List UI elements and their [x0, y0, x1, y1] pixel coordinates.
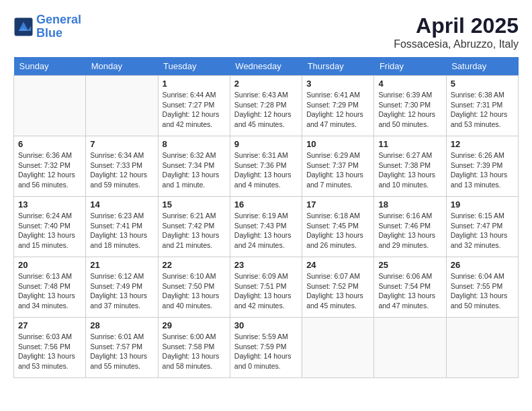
calendar-day-cell: 11Sunrise: 6:27 AM Sunset: 7:38 PM Dayli… [374, 136, 446, 197]
calendar-day-cell: 19Sunrise: 6:15 AM Sunset: 7:47 PM Dayli… [446, 197, 518, 257]
calendar-week-row: 20Sunrise: 6:13 AM Sunset: 7:48 PM Dayli… [14, 257, 519, 318]
day-info: Sunrise: 6:39 AM Sunset: 7:30 PM Dayligh… [378, 90, 441, 130]
calendar-day-cell: 13Sunrise: 6:24 AM Sunset: 7:40 PM Dayli… [14, 197, 86, 257]
day-number: 26 [451, 260, 514, 270]
day-number: 22 [163, 260, 226, 270]
calendar-day-cell: 5Sunrise: 6:38 AM Sunset: 7:31 PM Daylig… [446, 76, 518, 136]
calendar-day-cell [446, 318, 518, 378]
day-info: Sunrise: 6:01 AM Sunset: 7:57 PM Dayligh… [90, 332, 153, 371]
day-number: 11 [378, 139, 441, 149]
calendar-day-cell: 18Sunrise: 6:16 AM Sunset: 7:46 PM Dayli… [374, 197, 446, 257]
day-number: 3 [306, 79, 369, 89]
day-info: Sunrise: 6:43 AM Sunset: 7:28 PM Dayligh… [234, 90, 298, 130]
calendar-day-cell: 14Sunrise: 6:23 AM Sunset: 7:41 PM Dayli… [86, 197, 158, 257]
calendar-day-cell: 21Sunrise: 6:12 AM Sunset: 7:49 PM Dayli… [86, 257, 158, 318]
day-info: Sunrise: 5:59 AM Sunset: 7:59 PM Dayligh… [234, 332, 298, 371]
calendar-week-row: 13Sunrise: 6:24 AM Sunset: 7:40 PM Dayli… [14, 197, 519, 257]
day-number: 4 [378, 79, 441, 89]
day-number: 10 [306, 139, 369, 149]
day-info: Sunrise: 6:07 AM Sunset: 7:52 PM Dayligh… [306, 271, 369, 311]
calendar-week-row: 1Sunrise: 6:44 AM Sunset: 7:27 PM Daylig… [14, 76, 519, 136]
day-number: 6 [18, 139, 81, 149]
day-info: Sunrise: 6:09 AM Sunset: 7:51 PM Dayligh… [234, 271, 298, 311]
calendar-day-cell: 17Sunrise: 6:18 AM Sunset: 7:45 PM Dayli… [302, 197, 374, 257]
day-number: 28 [90, 320, 153, 330]
day-number: 30 [234, 320, 298, 330]
title-block: April 2025 Fossacesia, Abruzzo, Italy [394, 13, 519, 50]
day-number: 27 [18, 320, 81, 330]
location: Fossacesia, Abruzzo, Italy [394, 38, 519, 50]
day-number: 17 [306, 199, 369, 210]
calendar-day-cell: 24Sunrise: 6:07 AM Sunset: 7:52 PM Dayli… [302, 257, 374, 318]
logo-text: General Blue [36, 13, 81, 40]
day-info: Sunrise: 6:03 AM Sunset: 7:56 PM Dayligh… [18, 332, 81, 371]
calendar-day-cell [302, 318, 374, 378]
day-number: 12 [451, 139, 514, 149]
calendar-day-cell: 6Sunrise: 6:36 AM Sunset: 7:32 PM Daylig… [14, 136, 86, 197]
logo-line2: Blue [36, 26, 62, 40]
day-number: 23 [234, 260, 298, 270]
calendar-week-row: 27Sunrise: 6:03 AM Sunset: 7:56 PM Dayli… [14, 318, 519, 378]
day-info: Sunrise: 6:29 AM Sunset: 7:37 PM Dayligh… [306, 150, 369, 190]
weekday-header: Saturday [446, 57, 518, 76]
day-info: Sunrise: 6:27 AM Sunset: 7:38 PM Dayligh… [378, 150, 441, 190]
day-number: 20 [18, 260, 81, 270]
day-number: 19 [451, 199, 514, 210]
day-info: Sunrise: 6:04 AM Sunset: 7:55 PM Dayligh… [451, 271, 514, 311]
day-info: Sunrise: 6:38 AM Sunset: 7:31 PM Dayligh… [451, 90, 514, 130]
day-info: Sunrise: 6:34 AM Sunset: 7:33 PM Dayligh… [90, 150, 153, 190]
day-info: Sunrise: 6:32 AM Sunset: 7:34 PM Dayligh… [163, 150, 226, 190]
day-info: Sunrise: 6:41 AM Sunset: 7:29 PM Dayligh… [306, 90, 369, 130]
day-number: 1 [163, 79, 226, 89]
calendar-day-cell: 12Sunrise: 6:26 AM Sunset: 7:39 PM Dayli… [446, 136, 518, 197]
day-info: Sunrise: 6:19 AM Sunset: 7:43 PM Dayligh… [234, 211, 298, 250]
day-number: 15 [163, 199, 226, 210]
day-info: Sunrise: 6:26 AM Sunset: 7:39 PM Dayligh… [451, 150, 514, 190]
calendar-day-cell [14, 76, 86, 136]
calendar-day-cell: 16Sunrise: 6:19 AM Sunset: 7:43 PM Dayli… [230, 197, 302, 257]
day-info: Sunrise: 6:10 AM Sunset: 7:50 PM Dayligh… [163, 271, 226, 311]
weekday-header: Wednesday [230, 57, 302, 76]
day-info: Sunrise: 6:18 AM Sunset: 7:45 PM Dayligh… [306, 211, 369, 250]
calendar-day-cell [86, 76, 158, 136]
calendar-day-cell: 8Sunrise: 6:32 AM Sunset: 7:34 PM Daylig… [158, 136, 230, 197]
day-number: 29 [163, 320, 226, 330]
logo-icon [13, 17, 34, 37]
weekday-header: Friday [374, 57, 446, 76]
calendar-day-cell: 7Sunrise: 6:34 AM Sunset: 7:33 PM Daylig… [86, 136, 158, 197]
calendar-day-cell: 30Sunrise: 5:59 AM Sunset: 7:59 PM Dayli… [230, 318, 302, 378]
calendar-day-cell: 20Sunrise: 6:13 AM Sunset: 7:48 PM Dayli… [14, 257, 86, 318]
calendar-week-row: 6Sunrise: 6:36 AM Sunset: 7:32 PM Daylig… [14, 136, 519, 197]
day-info: Sunrise: 6:21 AM Sunset: 7:42 PM Dayligh… [163, 211, 226, 250]
day-info: Sunrise: 6:23 AM Sunset: 7:41 PM Dayligh… [90, 211, 153, 250]
calendar-day-cell: 10Sunrise: 6:29 AM Sunset: 7:37 PM Dayli… [302, 136, 374, 197]
weekday-header: Sunday [14, 57, 86, 76]
day-number: 5 [451, 79, 514, 89]
calendar-day-cell: 9Sunrise: 6:31 AM Sunset: 7:36 PM Daylig… [230, 136, 302, 197]
day-number: 24 [306, 260, 369, 270]
day-number: 2 [234, 79, 298, 89]
day-number: 21 [90, 260, 153, 270]
calendar-table: SundayMondayTuesdayWednesdayThursdayFrid… [13, 57, 519, 378]
calendar-day-cell: 26Sunrise: 6:04 AM Sunset: 7:55 PM Dayli… [446, 257, 518, 318]
calendar-day-cell: 22Sunrise: 6:10 AM Sunset: 7:50 PM Dayli… [158, 257, 230, 318]
day-info: Sunrise: 6:13 AM Sunset: 7:48 PM Dayligh… [18, 271, 81, 311]
day-number: 13 [18, 199, 81, 210]
day-info: Sunrise: 6:12 AM Sunset: 7:49 PM Dayligh… [90, 271, 153, 311]
calendar-day-cell: 23Sunrise: 6:09 AM Sunset: 7:51 PM Dayli… [230, 257, 302, 318]
calendar-day-cell: 2Sunrise: 6:43 AM Sunset: 7:28 PM Daylig… [230, 76, 302, 136]
month-title: April 2025 [394, 13, 519, 38]
calendar-day-cell [374, 318, 446, 378]
day-number: 8 [163, 139, 226, 149]
day-info: Sunrise: 6:15 AM Sunset: 7:47 PM Dayligh… [451, 211, 514, 250]
weekday-header: Thursday [302, 57, 374, 76]
day-number: 7 [90, 139, 153, 149]
day-info: Sunrise: 6:00 AM Sunset: 7:58 PM Dayligh… [163, 332, 226, 371]
calendar-day-cell: 3Sunrise: 6:41 AM Sunset: 7:29 PM Daylig… [302, 76, 374, 136]
day-number: 18 [378, 199, 441, 210]
page-header: General Blue April 2025 Fossacesia, Abru… [13, 13, 519, 50]
logo: General Blue [13, 13, 81, 40]
day-number: 14 [90, 199, 153, 210]
calendar-day-cell: 28Sunrise: 6:01 AM Sunset: 7:57 PM Dayli… [86, 318, 158, 378]
day-info: Sunrise: 6:24 AM Sunset: 7:40 PM Dayligh… [18, 211, 81, 250]
